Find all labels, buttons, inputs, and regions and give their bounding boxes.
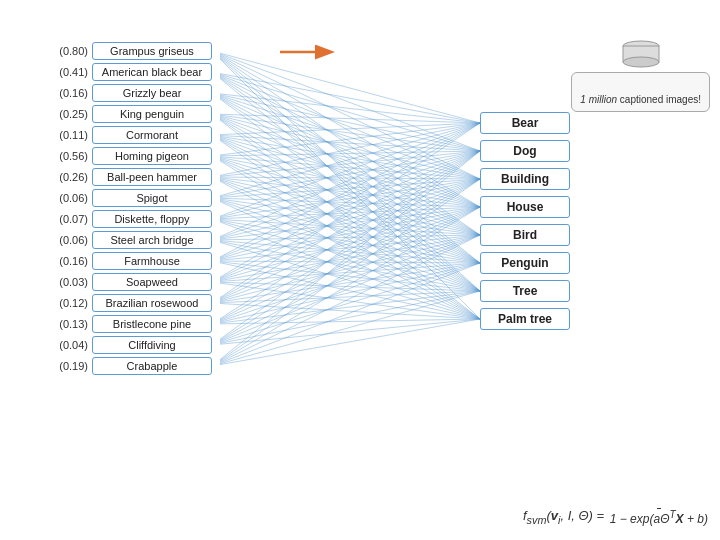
svg-line-118 bbox=[220, 263, 480, 345]
svg-line-46 bbox=[220, 156, 480, 207]
svg-line-22 bbox=[220, 93, 480, 179]
svg-line-75 bbox=[220, 123, 480, 240]
svg-line-78 bbox=[220, 207, 480, 240]
svg-line-108 bbox=[220, 179, 480, 324]
left-column: (0.80)Grampus griseus(0.41)American blac… bbox=[50, 42, 250, 375]
svg-line-113 bbox=[220, 319, 480, 324]
score-label: (0.06) bbox=[50, 192, 88, 204]
svg-line-123 bbox=[220, 207, 480, 366]
svg-line-59 bbox=[220, 123, 480, 198]
input-label-box: Ball-peen hammer bbox=[92, 168, 212, 186]
svg-line-21 bbox=[220, 93, 480, 151]
svg-line-52 bbox=[220, 151, 480, 177]
svg-line-74 bbox=[220, 219, 480, 319]
score-label: (0.03) bbox=[50, 276, 88, 288]
left-row: (0.12)Brazilian rosewood bbox=[50, 294, 250, 312]
svg-line-56 bbox=[220, 177, 480, 263]
svg-line-112 bbox=[220, 291, 480, 324]
svg-line-5 bbox=[220, 51, 480, 123]
svg-line-69 bbox=[220, 179, 480, 219]
output-label-box: Building bbox=[480, 168, 570, 190]
svg-line-6 bbox=[220, 51, 480, 151]
output-label-box: Palm tree bbox=[480, 308, 570, 330]
input-label-box: Steel arch bridge bbox=[92, 231, 212, 249]
svg-line-62 bbox=[220, 198, 480, 207]
svg-line-97 bbox=[220, 282, 480, 291]
score-label: (0.06) bbox=[50, 234, 88, 246]
svg-line-20 bbox=[220, 93, 480, 123]
score-label: (0.13) bbox=[50, 318, 88, 330]
score-label: (0.56) bbox=[50, 150, 88, 162]
svg-line-53 bbox=[220, 177, 480, 179]
svg-line-26 bbox=[220, 93, 480, 291]
svg-line-98 bbox=[220, 282, 480, 319]
svg-line-60 bbox=[220, 151, 480, 198]
svg-line-114 bbox=[220, 151, 480, 345]
svg-line-54 bbox=[220, 177, 480, 207]
svg-line-67 bbox=[220, 123, 480, 219]
svg-line-13 bbox=[220, 72, 480, 123]
svg-line-55 bbox=[220, 177, 480, 235]
svg-line-80 bbox=[220, 240, 480, 263]
left-row: (0.25)King penguin bbox=[50, 105, 250, 123]
svg-line-93 bbox=[220, 179, 480, 282]
svg-line-109 bbox=[220, 207, 480, 324]
svg-line-104 bbox=[220, 263, 480, 303]
svg-line-125 bbox=[220, 263, 480, 366]
svg-line-28 bbox=[220, 114, 480, 151]
score-label: (0.04) bbox=[50, 339, 88, 351]
svg-line-31 bbox=[220, 114, 480, 235]
left-row: (0.13)Bristlecone pine bbox=[50, 315, 250, 333]
svg-line-43 bbox=[220, 123, 480, 156]
svg-line-99 bbox=[220, 123, 480, 303]
svg-line-76 bbox=[220, 151, 480, 240]
svg-line-110 bbox=[220, 235, 480, 324]
input-label-box: Spigot bbox=[92, 189, 212, 207]
svg-line-95 bbox=[220, 235, 480, 282]
svg-line-92 bbox=[220, 151, 480, 282]
svg-line-51 bbox=[220, 123, 480, 177]
frac-denominator: 1 − exp(aΘTX + b) bbox=[608, 509, 710, 526]
svg-line-35 bbox=[220, 123, 480, 135]
svg-line-91 bbox=[220, 123, 480, 282]
svg-line-49 bbox=[220, 156, 480, 291]
svg-line-89 bbox=[220, 261, 480, 291]
svg-line-96 bbox=[220, 263, 480, 282]
svg-line-34 bbox=[220, 114, 480, 319]
svg-line-72 bbox=[220, 219, 480, 263]
svg-line-15 bbox=[220, 72, 480, 179]
svg-line-116 bbox=[220, 207, 480, 345]
svg-line-37 bbox=[220, 135, 480, 179]
svg-line-64 bbox=[220, 198, 480, 263]
svg-line-19 bbox=[220, 72, 480, 291]
svg-line-44 bbox=[220, 151, 480, 156]
left-row: (0.56)Homing pigeon bbox=[50, 147, 250, 165]
svg-line-10 bbox=[220, 51, 480, 263]
svg-line-81 bbox=[220, 240, 480, 291]
svg-line-84 bbox=[220, 151, 480, 261]
svg-line-57 bbox=[220, 177, 480, 291]
svg-line-12 bbox=[220, 51, 480, 319]
svg-line-38 bbox=[220, 135, 480, 207]
svg-line-63 bbox=[220, 198, 480, 235]
score-label: (0.16) bbox=[50, 255, 88, 267]
svg-line-79 bbox=[220, 235, 480, 240]
svg-line-32 bbox=[220, 114, 480, 263]
svg-line-30 bbox=[220, 114, 480, 207]
svg-line-103 bbox=[220, 235, 480, 303]
svg-line-25 bbox=[220, 93, 480, 263]
svg-line-71 bbox=[220, 219, 480, 235]
left-row: (0.16)Farmhouse bbox=[50, 252, 250, 270]
left-row: (0.06)Spigot bbox=[50, 189, 250, 207]
svg-line-122 bbox=[220, 179, 480, 366]
svg-line-42 bbox=[220, 135, 480, 319]
svg-line-124 bbox=[220, 235, 480, 366]
svg-line-88 bbox=[220, 261, 480, 263]
svg-line-47 bbox=[220, 156, 480, 235]
svg-line-58 bbox=[220, 177, 480, 319]
svg-line-16 bbox=[220, 72, 480, 207]
svg-line-105 bbox=[220, 291, 480, 303]
svg-line-70 bbox=[220, 207, 480, 219]
svg-line-73 bbox=[220, 219, 480, 291]
input-label-box: Grampus griseus bbox=[92, 42, 212, 60]
